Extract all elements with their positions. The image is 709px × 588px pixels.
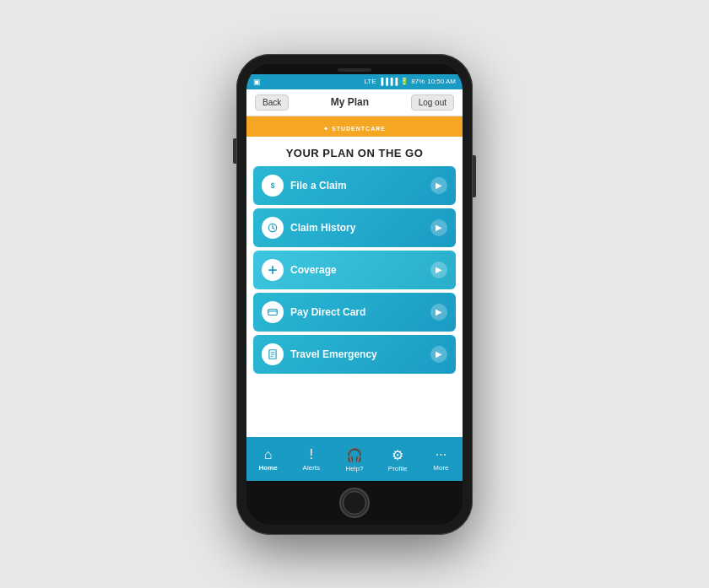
travel-arrow: ▶ bbox=[430, 346, 447, 363]
file-claim-icon-circle: $ bbox=[262, 175, 284, 197]
screen-content: YOUR PLAN ON THE GO $ File a Claim bbox=[246, 137, 463, 437]
coverage-label: Coverage bbox=[290, 264, 337, 276]
svg-line-3 bbox=[273, 228, 274, 229]
speaker-grill bbox=[338, 68, 371, 72]
bottom-nav-profile[interactable]: ⚙ Profile bbox=[376, 447, 419, 472]
profile-label: Profile bbox=[388, 465, 408, 472]
more-label: More bbox=[433, 464, 448, 472]
coverage-arrow: ▶ bbox=[430, 262, 447, 278]
signal-bars: ▐▐▐▐ bbox=[379, 78, 398, 85]
bottom-nav-help[interactable]: 🎧 Help? bbox=[333, 447, 376, 472]
brand-bar: ✦ STUDENTCARE bbox=[246, 116, 463, 137]
svg-text:$: $ bbox=[271, 181, 275, 189]
help-label: Help? bbox=[346, 465, 364, 472]
claim-history-arrow: ▶ bbox=[430, 219, 447, 236]
home-icon: ⌂ bbox=[264, 447, 273, 462]
travel-icon-circle bbox=[262, 343, 284, 365]
menu-item-left: Pay Direct Card bbox=[262, 301, 365, 323]
home-label: Home bbox=[258, 464, 277, 472]
scrollable-content: YOUR PLAN ON THE GO $ File a Claim bbox=[246, 137, 463, 437]
claim-history-label: Claim History bbox=[290, 222, 355, 234]
phone-screen: ▣ LTE ▐▐▐▐ 🔋 87% 10:50 AM Back My Plan L… bbox=[246, 64, 463, 525]
back-button[interactable]: Back bbox=[255, 94, 289, 111]
battery-text: 87% bbox=[411, 78, 425, 85]
battery-icon: 🔋 bbox=[400, 78, 409, 85]
menu-item-claim-history[interactable]: Claim History ▶ bbox=[253, 208, 456, 247]
status-right: LTE ▐▐▐▐ 🔋 87% 10:50 AM bbox=[364, 78, 456, 85]
clock-icon bbox=[267, 222, 279, 234]
home-button-area bbox=[246, 481, 463, 525]
menu-item-left: Coverage bbox=[262, 259, 337, 281]
travel-label: Travel Emergency bbox=[290, 348, 377, 360]
menu-item-pay-direct[interactable]: Pay Direct Card ▶ bbox=[253, 293, 456, 332]
help-icon: 🎧 bbox=[346, 447, 363, 463]
dollar-icon: $ bbox=[267, 180, 279, 192]
svg-rect-6 bbox=[268, 309, 278, 315]
nav-bar: Back My Plan Log out bbox=[246, 89, 463, 116]
pay-direct-icon-circle bbox=[262, 301, 284, 323]
alerts-icon: ! bbox=[310, 447, 313, 462]
bottom-nav-more[interactable]: ··· More bbox=[419, 447, 463, 472]
phone-device: ▣ LTE ▐▐▐▐ 🔋 87% 10:50 AM Back My Plan L… bbox=[236, 54, 473, 535]
bottom-nav-alerts[interactable]: ! Alerts bbox=[290, 447, 333, 472]
coverage-icon-circle bbox=[262, 259, 284, 281]
profile-icon: ⚙ bbox=[392, 447, 403, 463]
plus-icon bbox=[267, 264, 279, 276]
menu-item-coverage[interactable]: Coverage ▶ bbox=[253, 251, 456, 289]
status-icon: ▣ bbox=[253, 78, 261, 86]
home-button-inner bbox=[343, 491, 366, 515]
card-icon bbox=[267, 306, 279, 318]
menu-item-left: $ File a Claim bbox=[262, 175, 347, 197]
logout-button[interactable]: Log out bbox=[411, 94, 454, 111]
pay-direct-arrow: ▶ bbox=[430, 304, 447, 321]
more-icon: ··· bbox=[436, 447, 447, 462]
bottom-nav: ⌂ Home ! Alerts 🎧 Help? ⚙ Profile ··· Mo… bbox=[246, 437, 463, 481]
pay-direct-label: Pay Direct Card bbox=[290, 306, 365, 318]
plan-title: YOUR PLAN ON THE GO bbox=[246, 137, 463, 166]
menu-list: $ File a Claim ▶ bbox=[246, 166, 463, 380]
status-bar: ▣ LTE ▐▐▐▐ 🔋 87% 10:50 AM bbox=[246, 74, 463, 89]
speaker-area bbox=[246, 64, 463, 74]
status-left: ▣ bbox=[253, 78, 261, 86]
brand-text: ✦ STUDENTCARE bbox=[323, 126, 386, 132]
bottom-nav-home[interactable]: ⌂ Home bbox=[246, 447, 290, 472]
menu-item-left: Travel Emergency bbox=[262, 343, 377, 365]
doc-icon bbox=[267, 348, 279, 360]
nav-title: My Plan bbox=[331, 96, 369, 108]
menu-item-travel[interactable]: Travel Emergency ▶ bbox=[253, 335, 456, 374]
home-physical-button[interactable] bbox=[339, 488, 370, 518]
signal-text: LTE bbox=[364, 78, 376, 85]
menu-item-left: Claim History bbox=[262, 217, 355, 239]
file-claim-arrow: ▶ bbox=[430, 177, 447, 194]
claim-history-icon-circle bbox=[262, 217, 284, 239]
alerts-label: Alerts bbox=[303, 464, 320, 472]
time-text: 10:50 AM bbox=[427, 78, 456, 85]
menu-item-file-claim[interactable]: $ File a Claim ▶ bbox=[253, 166, 456, 205]
file-claim-label: File a Claim bbox=[290, 180, 347, 192]
